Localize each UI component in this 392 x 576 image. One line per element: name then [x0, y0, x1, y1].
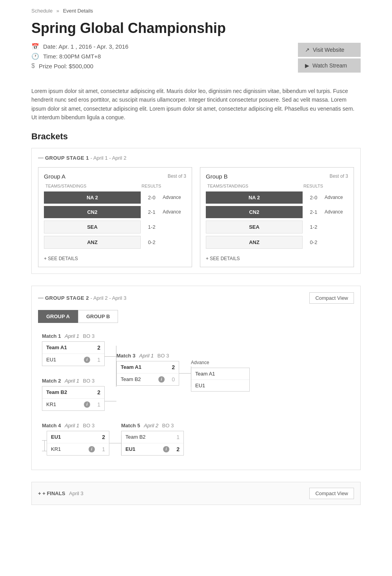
- team-score-cn2-a: 2-1: [144, 209, 160, 215]
- meta-prize-row: $ Prize Pool: $500,000: [31, 62, 290, 69]
- team-score-cn2-b: 2-1: [306, 209, 321, 215]
- match2-team1-name: Team B2: [46, 389, 90, 395]
- match2-h-line: [105, 401, 116, 401]
- group-b-col-teams: TEAMS/STANDINGS: [207, 184, 303, 188]
- match1-team2-score: 1: [94, 357, 100, 363]
- finals-plus: +: [38, 490, 42, 496]
- team-score-na2-b: 2-0: [306, 195, 321, 201]
- brackets-title: Brackets: [31, 131, 361, 142]
- advance-team2-row: EU1: [191, 380, 249, 391]
- table-row: ANZ 0-2: [206, 236, 348, 249]
- see-details-group-a[interactable]: + SEE DETAILS: [44, 256, 78, 261]
- group-a-best-of: Best of 3: [168, 173, 186, 179]
- match3-team1-name: Team A1: [121, 364, 165, 370]
- bracket-left-col: Match 1 April 1 BO 3 Team A1 2: [42, 333, 116, 411]
- group-a-col-teams: TEAMS/STANDINGS: [45, 184, 142, 188]
- team-name-cn2-b: CN2: [206, 206, 303, 218]
- group-b-header: Group B Best of 3: [206, 173, 348, 180]
- table-row: NA 2 2-0 Advance: [206, 191, 348, 204]
- compact-view-button-finals[interactable]: Compact View: [309, 488, 354, 499]
- visit-website-button[interactable]: ↗ Visit Website: [298, 43, 361, 57]
- calendar-icon: 📅: [31, 43, 39, 50]
- tab-group-a[interactable]: GROUP A: [38, 310, 78, 323]
- page-container: Schedule » Event Details Spring Global C…: [20, 0, 372, 513]
- match2-bo: BO 3: [83, 378, 95, 384]
- match5-team2-name: EU1: [125, 446, 162, 452]
- breadcrumb-parent[interactable]: Schedule: [31, 8, 53, 14]
- team-name-cn2-a: CN2: [44, 206, 141, 218]
- group-a-name: Group A: [44, 173, 65, 180]
- see-details-group-b[interactable]: + SEE DETAILS: [206, 256, 240, 261]
- group-b-box: Group B Best of 3 TEAMS/STANDINGS RESULT…: [200, 167, 354, 267]
- match3-date: April 1: [139, 353, 154, 359]
- match1-team2-name: EU1: [46, 357, 82, 363]
- v-line-1: [116, 346, 116, 387]
- match4-num: Match 4: [42, 423, 61, 428]
- advance-team1-row: Team A1: [191, 368, 249, 380]
- team-score-na2-a: 2-0: [144, 195, 160, 201]
- event-description: Lorem ipsum dolor sit amet, consectetur …: [31, 87, 361, 122]
- match5-box: Team B2 1 EU1 i 2: [121, 431, 184, 456]
- match4-left-hline2: [42, 451, 47, 451]
- match4-team1-name: EU1: [51, 434, 95, 440]
- match1-info-icon[interactable]: i: [84, 357, 90, 363]
- match4-team1-score: 2: [99, 434, 105, 440]
- team-score-anz-a: 0-2: [144, 239, 160, 245]
- stage2-header: — GROUP STAGE 2 - April 2 - April 3 Comp…: [38, 292, 354, 304]
- match2-team2-row: KR1 i 1: [42, 399, 104, 410]
- match4-container: Match 4 April 1 BO 3: [42, 423, 121, 456]
- compact-view-button-stage2[interactable]: Compact View: [309, 292, 354, 304]
- match1-h-line: [105, 356, 116, 357]
- breadcrumb-current: Event Details: [63, 8, 93, 14]
- event-buttons: ↗ Visit Website ▶ Watch Stream: [298, 43, 361, 73]
- match3-box: Team A1 2 Team B2 i 0: [116, 361, 179, 386]
- match2-team1-score: 2: [94, 389, 100, 396]
- match4-h-line: [109, 443, 121, 443]
- advance-team1-name: Team A1: [195, 371, 245, 377]
- advance-team2-name: EU1: [195, 383, 245, 388]
- event-time: Time: 8:00PM GMT+8: [43, 53, 101, 60]
- match3-info-icon[interactable]: i: [158, 376, 165, 383]
- table-row: SEA 1-2: [206, 221, 348, 233]
- team-name-anz-b: ANZ: [206, 236, 303, 249]
- match4-with-line: EU1 2 KR1 i 1: [42, 431, 121, 456]
- watch-stream-button[interactable]: ▶ Watch Stream: [298, 58, 361, 73]
- match1-team1-row: Team A1 2: [42, 342, 104, 354]
- match4-left-vline: [44, 441, 45, 451]
- clock-icon: 🕐: [31, 53, 39, 60]
- match1-container: Match 1 April 1 BO 3 Team A1 2: [42, 333, 116, 366]
- match5-info-icon[interactable]: i: [163, 446, 169, 452]
- match2-info-icon[interactable]: i: [84, 401, 90, 408]
- team-name-sea-b: SEA: [206, 221, 303, 233]
- match2-team2-score: 1: [94, 401, 100, 408]
- group-a-col-results: RESULTS: [142, 184, 161, 188]
- stage1-dash: —: [38, 155, 45, 161]
- match1-label: Match 1 April 1 BO 3: [42, 333, 116, 339]
- match2-connector: [105, 396, 116, 401]
- stage1-dates: April 1 - April 2: [93, 155, 127, 161]
- match4-team2-row: KR1 i 1: [47, 443, 109, 455]
- match4-left-line: [42, 435, 47, 451]
- match5-team2-row: EU1 i 2: [122, 443, 183, 455]
- match1-team1-score: 2: [94, 345, 100, 351]
- team-name-na2-b: NA 2: [206, 191, 303, 204]
- match1-team1-name: Team A1: [46, 345, 90, 350]
- match1-team2-row: EU1 i 1: [42, 354, 104, 366]
- team-advance-na2-a: Advance: [163, 195, 186, 200]
- match1-bo: BO 3: [83, 333, 95, 339]
- stage2-dates: April 2 - April 3: [93, 295, 127, 301]
- match4-team2-score: 1: [99, 446, 105, 452]
- brackets-section: Brackets — GROUP STAGE 1 - April 1 - Apr…: [31, 131, 361, 505]
- match5-team1-name: Team B2: [125, 434, 169, 440]
- match4-box: EU1 2 KR1 i 1: [47, 431, 109, 456]
- breadcrumb: Schedule » Event Details: [31, 8, 361, 14]
- table-row: CN2 2-1 Advance: [206, 206, 348, 218]
- match3-container: Match 3 April 1 BO 3 Team A1 2: [116, 353, 191, 386]
- tab-group-b[interactable]: GROUP B: [78, 310, 118, 323]
- finals-label: + + FINALS: [38, 490, 67, 496]
- table-row: ANZ 0-2: [44, 236, 186, 249]
- event-info: 📅 Date: Apr. 1 , 2016 - Apr. 3, 2016 🕐 T…: [31, 43, 290, 77]
- match4-info-icon[interactable]: i: [89, 446, 95, 452]
- stage1-title: — GROUP STAGE 1 - April 1 - April 2: [38, 155, 127, 161]
- group-b-col-headers: TEAMS/STANDINGS RESULTS: [206, 184, 348, 188]
